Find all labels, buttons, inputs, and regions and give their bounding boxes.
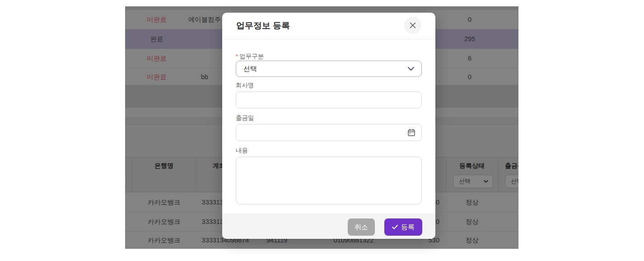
content-textarea[interactable] — [236, 157, 422, 204]
category-select[interactable]: 선택 — [236, 61, 422, 77]
withdraw-date-field — [236, 124, 422, 141]
category-label: *업무구분 — [236, 52, 264, 61]
close-icon — [409, 22, 416, 29]
submit-button[interactable]: 등록 — [384, 218, 422, 236]
modal-header: 업무정보 등록 — [222, 13, 435, 39]
content-label: 내용 — [236, 147, 248, 155]
calendar-icon[interactable] — [407, 128, 415, 137]
required-asterisk: * — [236, 53, 238, 60]
company-name-input[interactable] — [236, 91, 422, 109]
chevron-down-icon — [408, 67, 414, 71]
check-icon — [392, 225, 398, 229]
company-name-label: 회사명 — [236, 81, 254, 90]
modal-footer: 취소 등록 — [222, 214, 435, 239]
withdraw-date-label: 출금일 — [236, 114, 254, 122]
withdraw-date-input[interactable] — [236, 124, 422, 141]
page: 미완료 에이블컴주 0 완료 295 미완료 6 미완료 bb 0 — [0, 0, 644, 261]
cancel-button[interactable]: 취소 — [348, 218, 375, 236]
submit-button-label: 등록 — [401, 223, 415, 232]
category-select-value: 선택 — [243, 65, 257, 73]
modal-title: 업무정보 등록 — [236, 20, 290, 32]
register-work-info-modal: 업무정보 등록 *업무구분 선택 회사명 출금일 — [222, 13, 435, 239]
close-button[interactable] — [404, 17, 421, 34]
